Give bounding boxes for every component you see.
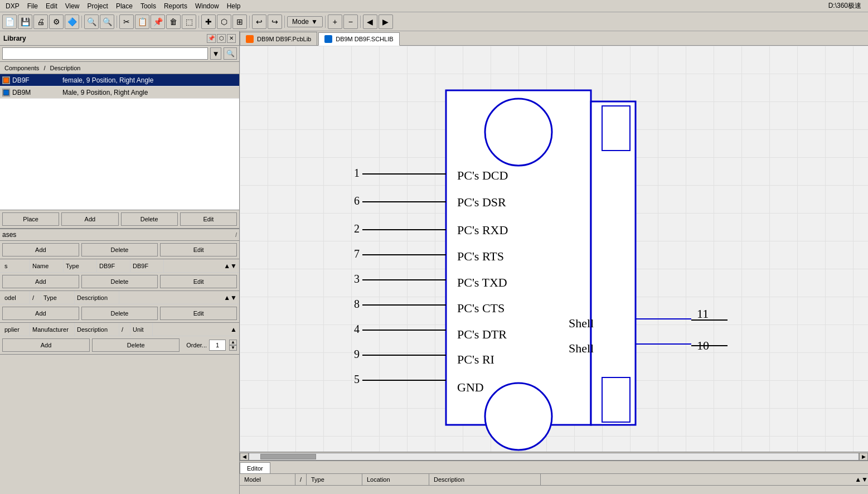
nav-left[interactable]: ◀	[240, 453, 249, 461]
props-scroll-down[interactable]: ▼	[230, 262, 237, 270]
toolbar-cross[interactable]: ✚	[201, 14, 216, 29]
nav-right[interactable]: ▶	[859, 453, 868, 461]
editor-col-location: Location	[362, 474, 429, 485]
toolbar-print[interactable]: 🖨	[33, 14, 48, 29]
toolbar-back[interactable]: ◀	[363, 14, 377, 29]
delete-button[interactable]: Delete	[121, 212, 178, 226]
mode-arrow: ▼	[311, 18, 318, 26]
svg-rect-7	[602, 377, 630, 422]
search-input[interactable]	[2, 47, 208, 60]
menu-project[interactable]: Project	[84, 1, 111, 11]
hscroll-thumb[interactable]	[260, 454, 316, 459]
hscroll[interactable]	[249, 453, 859, 461]
search-bar: ▼ 🔍	[0, 46, 239, 62]
editor-scroll-up[interactable]: ▲	[855, 476, 861, 483]
toolbar-mode[interactable]: Mode ▼	[287, 16, 323, 27]
panel-close[interactable]: ✕	[227, 34, 236, 43]
toolbar-redo[interactable]: ↪	[268, 14, 282, 29]
supplier-header-desc: Description	[75, 323, 119, 336]
svg-text:7: 7	[354, 248, 360, 260]
bases-scroll-btn[interactable]: /	[235, 232, 237, 238]
toolbar-undo[interactable]: ↩	[252, 14, 266, 29]
toolbar-delete[interactable]: 🗑	[166, 14, 181, 29]
toolbar-minus[interactable]: −	[343, 14, 358, 29]
menu-tools[interactable]: Tools	[137, 1, 159, 11]
toolbar-copy[interactable]: 📋	[135, 14, 149, 29]
menu-window[interactable]: Window	[192, 1, 222, 11]
empty-space	[0, 99, 239, 210]
toolbar-component[interactable]: 🔷	[65, 14, 79, 29]
library-panel: Library 📌 ⬡ ✕ ▼ 🔍 Components / Descripti…	[0, 31, 240, 494]
toolbar-netlist[interactable]: ⊞	[232, 14, 247, 29]
model-scroll-up[interactable]: ▲	[224, 294, 230, 302]
model-scroll-down[interactable]: ▼	[230, 294, 237, 302]
toolbar-forward[interactable]: ▶	[379, 14, 393, 29]
supplier-header-pplier: pplier	[2, 323, 30, 336]
supplier-header-unit: Unit	[130, 323, 153, 336]
comp-name-db9f: DB9F	[12, 76, 62, 84]
toolbar-settings[interactable]: ⚙	[49, 14, 64, 29]
toolbar-new[interactable]: 📄	[2, 14, 17, 29]
order-input[interactable]	[209, 340, 226, 351]
toolbar-zoomin[interactable]: 🔍	[84, 14, 99, 29]
toolbar-paste[interactable]: 📌	[151, 14, 165, 29]
menu-file[interactable]: File	[24, 1, 41, 11]
model-edit-button[interactable]: Edit	[160, 307, 237, 320]
bases-edit-button[interactable]: Edit	[160, 243, 237, 256]
menu-help[interactable]: Help	[224, 1, 244, 11]
panel-float[interactable]: ⬡	[217, 34, 226, 43]
menu-reports[interactable]: Reports	[161, 1, 191, 11]
editor-tab[interactable]: Editor	[240, 462, 270, 473]
order-add-button[interactable]: Add	[2, 338, 90, 352]
search-button[interactable]: 🔍	[224, 47, 237, 60]
svg-rect-1	[3, 90, 9, 95]
panel-pin[interactable]: 📌	[207, 34, 216, 43]
tab-schlib-label: DB9M DB9F.SCHLIB	[336, 36, 393, 42]
toolbar-wire[interactable]: ⬡	[217, 14, 231, 29]
props-edit-button[interactable]: Edit	[160, 275, 237, 288]
svg-text:5: 5	[354, 373, 360, 385]
model-delete-button[interactable]: Delete	[81, 307, 158, 320]
search-dropdown[interactable]: ▼	[210, 47, 221, 60]
props-add-button[interactable]: Add	[2, 275, 79, 288]
menu-place[interactable]: Place	[113, 1, 136, 11]
toolbar-select[interactable]: ⬚	[182, 14, 196, 29]
sep5	[284, 16, 285, 28]
order-down[interactable]: ▼	[229, 345, 237, 351]
tab-schlib[interactable]: DB9M DB9F.SCHLIB	[318, 32, 399, 46]
sep6	[325, 16, 326, 28]
canvas-area[interactable]: 1 6 2 7 3 8 4	[240, 46, 868, 452]
toolbar-save[interactable]: 💾	[18, 14, 32, 29]
prop-header-db9f1: DB9F	[97, 259, 130, 272]
toolbar-zoomout[interactable]: 🔍	[100, 14, 114, 29]
comp-icon-db9m	[2, 89, 10, 96]
model-header-row: odel / Type Description ▲ ▼	[0, 291, 239, 304]
editor-scroll-down[interactable]: ▼	[861, 476, 868, 483]
bases-add-button[interactable]: Add	[2, 243, 79, 256]
toolbar-cut[interactable]: ✂	[119, 14, 134, 29]
menu-view[interactable]: View	[62, 1, 83, 11]
svg-text:PC's RI: PC's RI	[457, 352, 494, 366]
svg-text:3: 3	[354, 273, 360, 285]
add-button[interactable]: Add	[61, 212, 118, 226]
props-scroll-up[interactable]: ▲	[224, 262, 230, 270]
model-add-button[interactable]: Add	[2, 307, 79, 320]
right-panel: DB9M DB9F.PcbLib DB9M DB9F.SCHLIB	[240, 31, 868, 494]
bases-delete-button[interactable]: Delete	[81, 243, 158, 256]
menu-edit[interactable]: Edit	[42, 1, 61, 11]
order-delete-button[interactable]: Delete	[92, 338, 180, 352]
svg-text:PC's TXD: PC's TXD	[457, 275, 507, 289]
edit-button[interactable]: Edit	[180, 212, 237, 226]
component-row-db9f[interactable]: DB9F female, 9 Position, Right Angle	[0, 74, 239, 86]
place-button[interactable]: Place	[2, 212, 59, 226]
tab-pcblib[interactable]: DB9M DB9F.PcbLib	[240, 32, 317, 45]
toolbar-plus[interactable]: +	[328, 14, 342, 29]
order-up[interactable]: ▲	[229, 340, 237, 345]
svg-text:PC's DSR: PC's DSR	[457, 195, 506, 209]
menu-dxp[interactable]: DXP	[2, 1, 23, 11]
svg-text:PC's RTS: PC's RTS	[457, 249, 504, 263]
header-components[interactable]: Components	[2, 65, 41, 71]
component-row-db9m[interactable]: DB9M Male, 9 Position, Right Angle	[0, 86, 239, 99]
supplier-scroll[interactable]: ▲	[230, 326, 237, 333]
props-delete-button[interactable]: Delete	[81, 275, 158, 288]
